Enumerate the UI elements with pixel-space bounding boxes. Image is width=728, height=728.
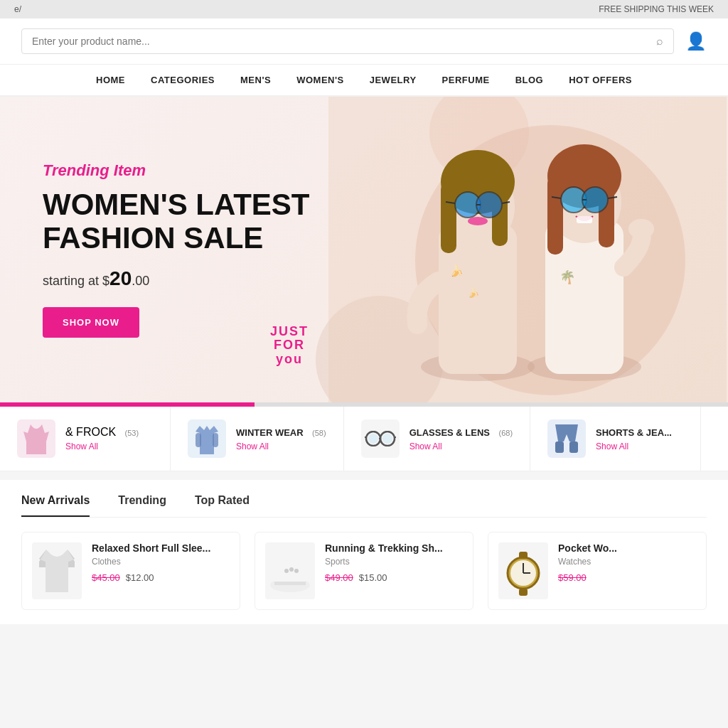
category-icon-glasses bbox=[361, 419, 400, 458]
user-account-button[interactable]: 👤 bbox=[685, 31, 707, 51]
category-info-shorts: SHORTS & JEA... Show All bbox=[596, 426, 678, 451]
hero-content: Trending Item WOMEN'S LATESTFASHION SALE… bbox=[0, 161, 353, 337]
svg-rect-48 bbox=[519, 552, 528, 559]
search-button[interactable]: ⌕ bbox=[656, 35, 663, 48]
category-strip: & FROCK (53) Show All WINTER WEAR (58) S… bbox=[0, 407, 728, 471]
hero-price: starting at $20.00 bbox=[43, 267, 310, 290]
svg-rect-5 bbox=[441, 182, 456, 253]
nav-perfume[interactable]: PERFUME bbox=[442, 75, 490, 85]
svg-rect-39 bbox=[569, 441, 578, 453]
nav-categories[interactable]: CATEGORIES bbox=[151, 75, 215, 85]
category-name-winter: WINTER WEAR (58) bbox=[236, 426, 326, 439]
winter-wear-icon bbox=[193, 423, 221, 454]
svg-point-43 bbox=[294, 569, 299, 573]
price-original-0: $45.00 bbox=[92, 572, 120, 583]
hero-banner: Trending Item WOMEN'S LATESTFASHION SALE… bbox=[0, 97, 728, 402]
category-name-shorts: SHORTS & JEA... bbox=[596, 426, 678, 439]
price-sale-0: $12.00 bbox=[126, 572, 154, 583]
slider-progress bbox=[0, 402, 255, 407]
svg-point-12 bbox=[468, 217, 488, 225]
svg-point-41 bbox=[284, 569, 289, 573]
svg-point-28 bbox=[628, 219, 654, 239]
hero-price-amount: 20 bbox=[109, 267, 132, 289]
product-card-0[interactable]: Relaxed Short Full Slee... Clothes $45.0… bbox=[21, 532, 240, 610]
hero-price-suffix: .00 bbox=[132, 274, 149, 288]
category-icon-shorts bbox=[547, 419, 586, 458]
slider-bar[interactable] bbox=[0, 402, 728, 407]
search-bar: ⌕ bbox=[21, 28, 674, 54]
top-bar-right: FREE SHIPPING THIS WEEK bbox=[599, 4, 714, 14]
product-card-1[interactable]: Running & Trekking Sh... Sports $49.00 $… bbox=[255, 532, 473, 610]
category-item-glasses[interactable]: GLASSES & LENS (68) Show All bbox=[344, 407, 530, 471]
hero-title: WOMEN'S LATESTFASHION SALE bbox=[43, 188, 310, 254]
shirt-thumb-icon bbox=[36, 546, 78, 596]
product-section: New Arrivals Trending Top Rated Relaxed … bbox=[0, 480, 728, 624]
product-prices-0: $45.00 $12.00 bbox=[92, 572, 210, 583]
product-card-2[interactable]: Pocket Wo... Watches $59.00 bbox=[488, 532, 707, 610]
price-original-2: $59.00 bbox=[558, 572, 587, 583]
nav-jewelry[interactable]: JEWELRY bbox=[370, 75, 417, 85]
svg-point-34 bbox=[368, 434, 378, 444]
svg-point-35 bbox=[382, 434, 392, 444]
nav-home[interactable]: HOME bbox=[96, 75, 125, 85]
svg-text:🌴: 🌴 bbox=[560, 269, 576, 285]
nav-hot-offers[interactable]: HOT OFFERS bbox=[569, 75, 632, 85]
show-all-shorts[interactable]: Show All bbox=[596, 441, 678, 451]
product-info-1: Running & Trekking Sh... Sports $49.00 $… bbox=[325, 542, 443, 583]
svg-text:🍌: 🍌 bbox=[449, 264, 464, 277]
category-icon-frock bbox=[17, 419, 55, 458]
category-item-shorts[interactable]: SHORTS & JEA... Show All bbox=[530, 407, 701, 471]
product-name-2: Pocket Wo... bbox=[558, 542, 617, 554]
category-item-winter[interactable]: WINTER WEAR (58) Show All bbox=[171, 407, 344, 471]
category-info-winter: WINTER WEAR (58) Show All bbox=[236, 426, 326, 451]
hero-image: 🍌 🍌 🌴 bbox=[328, 97, 728, 402]
hero-illustration: 🍌 🍌 🌴 bbox=[328, 97, 727, 402]
tab-new-arrivals[interactable]: New Arrivals bbox=[21, 494, 90, 517]
search-icon: ⌕ bbox=[656, 35, 663, 47]
nav-womens[interactable]: WOMEN'S bbox=[296, 75, 344, 85]
hero-subtitle: Trending Item bbox=[43, 161, 310, 180]
svg-text:🍌: 🍌 bbox=[467, 287, 480, 299]
tab-trending[interactable]: Trending bbox=[118, 494, 166, 517]
product-thumb-1 bbox=[265, 542, 315, 599]
product-info-2: Pocket Wo... Watches $59.00 bbox=[558, 542, 617, 583]
nav-mens[interactable]: MEN'S bbox=[240, 75, 271, 85]
svg-rect-0 bbox=[328, 97, 727, 402]
hero-price-prefix: starting at $ bbox=[43, 274, 109, 288]
product-prices-2: $59.00 bbox=[558, 572, 617, 583]
category-item-frock[interactable]: & FROCK (53) Show All bbox=[0, 407, 171, 471]
category-icon-winter bbox=[188, 419, 226, 458]
hero-logo-text: JUST FOR you bbox=[270, 325, 309, 367]
product-category-0: Clothes bbox=[92, 557, 210, 567]
category-info-glasses: GLASSES & LENS (68) Show All bbox=[410, 426, 513, 451]
watch-thumb-icon bbox=[502, 546, 545, 596]
user-icon: 👤 bbox=[685, 31, 707, 50]
top-bar-left: e/ bbox=[14, 4, 21, 14]
show-all-glasses[interactable]: Show All bbox=[410, 441, 513, 451]
product-name-0: Relaxed Short Full Slee... bbox=[92, 542, 210, 554]
svg-rect-38 bbox=[555, 441, 564, 453]
section-tabs: New Arrivals Trending Top Rated bbox=[21, 494, 707, 518]
header: ⌕ 👤 bbox=[0, 18, 728, 65]
top-bar: e/ FREE SHIPPING THIS WEEK bbox=[0, 0, 728, 18]
tab-top-rated[interactable]: Top Rated bbox=[195, 494, 250, 517]
show-all-frock[interactable]: Show All bbox=[65, 441, 139, 451]
product-thumb-0 bbox=[32, 542, 82, 599]
shorts-icon bbox=[554, 423, 579, 454]
svg-rect-49 bbox=[519, 589, 528, 596]
category-name-frock: & FROCK (53) bbox=[65, 426, 139, 439]
nav-blog[interactable]: BLOG bbox=[515, 75, 544, 85]
svg-point-42 bbox=[289, 567, 294, 572]
price-sale-1: $15.00 bbox=[359, 572, 387, 583]
glasses-icon bbox=[365, 431, 396, 446]
product-thumb-2 bbox=[498, 542, 548, 599]
search-input[interactable] bbox=[32, 36, 656, 47]
shoe-thumb-icon bbox=[269, 546, 311, 596]
show-all-winter[interactable]: Show All bbox=[236, 441, 326, 451]
product-info-0: Relaxed Short Full Slee... Clothes $45.0… bbox=[92, 542, 210, 583]
product-grid: Relaxed Short Full Slee... Clothes $45.0… bbox=[21, 532, 707, 610]
shop-now-button[interactable]: SHOP NOW bbox=[43, 307, 139, 338]
logo-line2: FOR bbox=[270, 338, 309, 353]
logo-line1: JUST bbox=[270, 325, 309, 339]
main-nav: HOME CATEGORIES MEN'S WOMEN'S JEWELRY PE… bbox=[0, 65, 728, 97]
